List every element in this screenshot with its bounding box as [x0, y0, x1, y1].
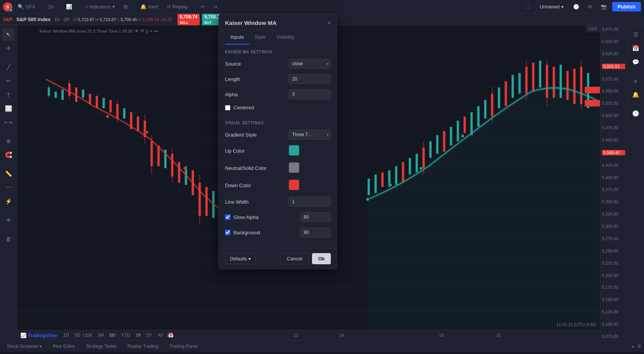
up-color-swatch[interactable]	[289, 145, 299, 156]
sell-tag: 5,708.74 SELL	[177, 14, 200, 25]
period-1d[interactable]: 1D	[61, 332, 71, 339]
eye-tool[interactable]: 👁	[2, 214, 15, 226]
alpha-input[interactable]	[289, 89, 331, 99]
price-level: 5,175.00	[602, 285, 625, 290]
templates-btn[interactable]: ⊞	[120, 2, 131, 11]
time-label-29: 29	[167, 333, 171, 338]
panel-menu-icon[interactable]: ⊞	[637, 344, 641, 349]
glow-alpha-input[interactable]	[300, 212, 331, 222]
ticker-ohlc: O 5,723.87 H 5,723.87 L 5,706.45 C 5,708…	[73, 17, 172, 22]
replay-trading-tab[interactable]: Replay Trading	[124, 342, 163, 351]
chart-type-btn[interactable]: 📊	[63, 2, 75, 11]
crosshair-tool[interactable]: ✛	[2, 42, 15, 54]
indicators-panel-btn[interactable]: 〰	[2, 181, 15, 194]
svg-rect-49	[395, 166, 398, 185]
trendline-tool[interactable]: ╱	[2, 61, 15, 73]
source-icon[interactable]: {}	[146, 29, 148, 33]
measure-tool[interactable]: ⟷	[2, 116, 15, 128]
redo-btn[interactable]: ↪	[210, 2, 220, 11]
chevron-down-icon: ▾	[112, 4, 115, 10]
publish-btn[interactable]: Publish	[612, 2, 641, 12]
shapes-tool[interactable]: ⬜	[2, 102, 15, 115]
divider	[194, 3, 194, 11]
neutral-color-control	[289, 162, 331, 174]
kaiser-window-modal: Kaiser Window MA × Inputs Style Visibili…	[219, 14, 337, 269]
tab-visibility[interactable]: Visibility	[271, 30, 300, 44]
fullscreen-btn[interactable]: ⛶	[522, 2, 533, 11]
data-window-icon[interactable]: ≡	[629, 75, 642, 87]
period-ytd[interactable]: YTD	[119, 332, 133, 339]
period-5y[interactable]: 5Y	[144, 332, 154, 339]
screenshot-btn[interactable]: 📷	[598, 2, 610, 11]
timeframe-btn[interactable]: 1h	[45, 2, 56, 11]
alert-btn[interactable]: 🔔 Alert	[137, 2, 161, 11]
gradient-style-select[interactable]: Three T... Two Tone Solid	[289, 130, 331, 140]
clock-btn[interactable]: 🕐	[570, 2, 582, 11]
period-3m[interactable]: 3M	[95, 332, 106, 339]
zoom-tool[interactable]: ⊕	[2, 135, 15, 147]
price-level: 5,625.00	[602, 51, 625, 56]
eye-icon[interactable]: 👁	[135, 29, 139, 33]
period-5d[interactable]: 5D	[72, 332, 82, 339]
up-color-row: Up Color	[225, 145, 331, 157]
price-level: 5,500.00	[602, 113, 625, 118]
tab-style[interactable]: Style	[249, 30, 271, 44]
delete-icon[interactable]: ×	[150, 29, 152, 33]
tab-inputs[interactable]: Inputs	[225, 30, 249, 44]
svg-rect-57	[443, 131, 445, 151]
strategy-tester-tab[interactable]: Strategy Tester	[82, 342, 120, 351]
trading-panel-tab[interactable]: Trading Panel	[165, 342, 201, 351]
modal-close-btn[interactable]: ×	[327, 20, 331, 26]
down-color-swatch[interactable]	[289, 179, 299, 190]
pen-tool[interactable]: ✏	[2, 75, 15, 87]
pine-editor-tab[interactable]: Pine Editor	[49, 342, 79, 351]
stock-screener-tab[interactable]: Stock Screener ▾	[3, 342, 46, 351]
replay-btn[interactable]: ↺ Replay	[164, 2, 191, 11]
line-width-input[interactable]	[289, 197, 331, 207]
toolbar-right: ⛶ Unnamed ▾ 🕐 ⚙ 📷 Publish	[522, 2, 641, 12]
glow-alpha-checkbox[interactable]	[225, 214, 230, 220]
defaults-btn[interactable]: Defaults ▾	[225, 254, 256, 264]
svg-rect-14	[54, 92, 57, 98]
svg-rect-69	[518, 73, 521, 94]
trash-tool[interactable]: 🗑	[2, 233, 15, 245]
calendar-icon[interactable]: 📅	[629, 42, 642, 54]
alert-manager-icon[interactable]: 🔔	[629, 89, 642, 101]
neutral-color-swatch[interactable]	[289, 162, 299, 173]
svg-rect-68	[512, 75, 514, 98]
timezone-icon[interactable]: 🕐	[629, 107, 642, 120]
chat-icon[interactable]: 💬	[629, 56, 642, 68]
fullscreen-icon: ⛶	[525, 4, 530, 10]
undo-btn[interactable]: ↩	[197, 2, 208, 11]
length-row: Length	[225, 74, 331, 84]
unnamed-save-btn[interactable]: Unnamed ▾	[536, 2, 568, 12]
background-input[interactable]	[300, 227, 331, 237]
user-avatar[interactable]: S	[3, 2, 12, 12]
svg-rect-55	[429, 141, 432, 158]
period-all[interactable]: All	[155, 332, 165, 339]
settings-btn[interactable]: ⚙	[585, 2, 595, 11]
background-checkbox[interactable]	[225, 230, 230, 235]
cancel-btn[interactable]: Cancel	[280, 253, 309, 264]
centered-checkbox[interactable]	[225, 105, 230, 110]
svg-rect-26	[123, 108, 125, 119]
watchlist-icon[interactable]: ☰	[629, 28, 642, 41]
text-tool[interactable]: T	[2, 89, 15, 101]
price-level: 5,250.00	[602, 249, 625, 253]
cursor-tool[interactable]: ↖	[2, 28, 15, 41]
search-symbol-btn[interactable]: 🔍 SPX	[15, 2, 38, 11]
settings-icon[interactable]: ⚙	[140, 28, 144, 33]
price-level: 5,275.00	[602, 236, 625, 241]
svg-rect-19	[82, 89, 84, 98]
modal-content: KAISER MA SETTINGS Source close open hig…	[219, 44, 337, 248]
magnet-tool[interactable]: 🧲	[2, 149, 15, 161]
expand-icon[interactable]: ▴	[632, 344, 634, 349]
ok-btn[interactable]: Ok	[312, 253, 331, 264]
ruler-tool[interactable]: 📏	[2, 168, 15, 180]
strategy-tool[interactable]: ⚡	[2, 195, 15, 207]
source-select[interactable]: close open high low hl2 hlc3	[289, 59, 331, 69]
centered-row: Centered	[225, 105, 331, 110]
more-icon[interactable]: •••	[154, 29, 158, 33]
indicators-btn[interactable]: ≈ Indicators ▾	[82, 2, 118, 11]
length-input[interactable]	[289, 74, 331, 84]
